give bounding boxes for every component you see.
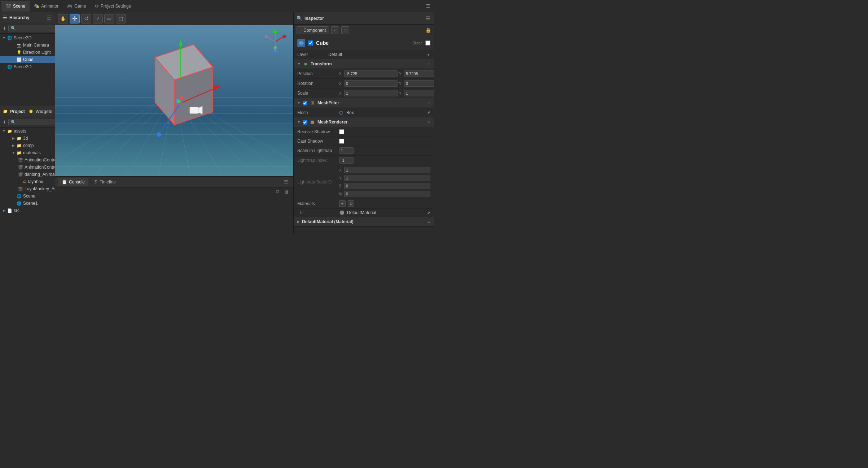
danding-anim-icon: 🎬 <box>18 172 23 177</box>
meshrenderer-menu-btn[interactable]: ≡ <box>428 119 430 125</box>
game-tab-icon: 🎮 <box>67 4 73 9</box>
top-tab-menu[interactable]: ☰ <box>424 3 433 9</box>
project-item-danding-anim[interactable]: 🎬 danding_Animator <box>0 171 55 178</box>
project-item-src[interactable]: 📄 src <box>0 207 55 214</box>
light-label: Direction Light <box>23 50 51 55</box>
lightmap-index-input[interactable] <box>339 157 354 164</box>
lightmap-scale-z-input[interactable] <box>344 183 430 189</box>
scene2d-icon: 🌐 <box>7 64 12 69</box>
project-search-input[interactable] <box>8 119 55 125</box>
scale-lightmap-input[interactable] <box>339 147 354 154</box>
hierarchy-add-btn[interactable]: + <box>2 24 7 32</box>
hierarchy-item-scene3d[interactable]: 🌐 Scene3D <box>0 34 55 42</box>
hierarchy-item-main-camera[interactable]: 📷 Main Camera <box>0 42 55 49</box>
inspector-menu-btn[interactable]: ☰ <box>425 15 431 22</box>
svg-rect-30 <box>177 100 180 103</box>
project-header: 📁 Project ⭐ Widgets ☰ <box>0 106 55 117</box>
lightmap-scale-y-input[interactable] <box>344 175 430 181</box>
nav-forward-btn[interactable]: > <box>341 26 349 34</box>
console-clear-btn[interactable]: 🗑 <box>283 188 290 195</box>
meshfilter-enabled-checkbox[interactable] <box>303 101 307 105</box>
project-item-scene1[interactable]: 🌐 Scene1 <box>0 200 55 207</box>
cast-shadow-checkbox[interactable] <box>339 139 344 144</box>
scene-gizmo-svg <box>263 29 288 54</box>
svg-line-39 <box>267 37 275 42</box>
obj-name: Cube <box>316 40 409 46</box>
project-item-anim-ctrl-sub[interactable]: 🎬 AnimationControllerSub <box>0 164 55 171</box>
materials-settings-btn[interactable]: ⚙ <box>348 200 354 207</box>
scale-x-input[interactable] <box>344 90 398 96</box>
tool-rotate-btn[interactable]: ↺ <box>81 14 91 23</box>
default-material-section-header[interactable]: ▶ DefaultMaterial (Material) ≡ <box>294 217 434 227</box>
lightmap-scale-y-label: Y <box>339 176 343 180</box>
inspector-title: Inspector <box>304 16 423 21</box>
project-item-layabox[interactable]: 🏷 layabox <box>0 178 55 185</box>
meshfilter-menu-btn[interactable]: ≡ <box>428 100 430 106</box>
layer-dropdown-btn[interactable]: ▼ <box>427 53 430 57</box>
obj-enabled-checkbox[interactable] <box>308 40 313 46</box>
project-item-assets[interactable]: 📁 assets <box>0 127 55 135</box>
transform-section-header[interactable]: ▼ ⊕ Transform ≡ <box>294 59 434 69</box>
project-item-materials[interactable]: 📁 materials <box>0 149 55 156</box>
assets-label: assets <box>14 129 26 134</box>
scale-y-input[interactable] <box>404 90 434 96</box>
lightmap-scale-x-coord: X <box>339 167 430 173</box>
project-item-comp[interactable]: 📁 comp <box>0 142 55 149</box>
anim-ctrl-sub-label: AnimationControllerSub <box>25 165 55 170</box>
static-checkbox[interactable] <box>425 40 430 46</box>
receive-shadow-checkbox[interactable] <box>339 129 344 134</box>
top-tab-bar: 🎬 Scene 🎭 Animator 🎮 Game ⚙ Project Sett… <box>0 0 434 12</box>
lightmap-scale-x-label: X <box>339 168 343 172</box>
tab-project-settings[interactable]: ⚙ Project Settings <box>91 1 135 12</box>
default-material-menu-btn[interactable]: ≡ <box>428 219 430 225</box>
tab-scene[interactable]: 🎬 Scene <box>1 1 30 12</box>
project-item-anim-ctrl[interactable]: 🎬 AnimationController <box>0 156 55 164</box>
project-item-3d[interactable]: 📁 3d <box>0 135 55 142</box>
anim-ctrl-icon: 🎬 <box>18 157 23 162</box>
hierarchy-item-direction-light[interactable]: 💡 Direction Light <box>0 49 55 56</box>
tool-hand-btn[interactable]: ✋ <box>58 14 68 23</box>
tool-rect-btn[interactable]: ⬚ <box>116 14 126 23</box>
add-component-btn[interactable]: + Component <box>297 26 329 34</box>
materials-add-btn[interactable]: + <box>339 200 346 207</box>
hierarchy-item-cube[interactable]: ⬜ Cube <box>0 56 55 63</box>
hierarchy-menu-btn[interactable]: ☰ <box>46 14 52 21</box>
hierarchy-item-scene2d[interactable]: 🌐 Scene2D <box>0 63 55 70</box>
layer-row: Layer Default ▼ <box>294 50 434 59</box>
rotation-x-input[interactable] <box>344 80 398 87</box>
lightmap-scale-x-input[interactable] <box>344 167 430 173</box>
mesh-link-btn[interactable]: ⬈ <box>427 110 430 115</box>
console-menu-btn[interactable]: ☰ <box>282 179 290 185</box>
mesh-row: Mesh ⬡ Box ⬈ <box>294 108 434 117</box>
mat-link-btn-0[interactable]: ⬈ <box>427 211 430 215</box>
scene2d-label: Scene2D <box>14 64 31 69</box>
scale-x-coord: X <box>339 90 398 96</box>
tool-move-btn[interactable]: ✛ <box>70 14 80 23</box>
meshrenderer-enabled-checkbox[interactable] <box>303 120 307 125</box>
lock-btn[interactable]: 🔒 <box>425 27 431 33</box>
nav-back-btn[interactable]: < <box>331 26 339 34</box>
tab-timeline[interactable]: ⏱ Timeline <box>90 178 119 186</box>
src-arrow <box>2 209 6 212</box>
tab-game[interactable]: 🎮 Game <box>63 1 91 12</box>
tab-animator[interactable]: 🎭 Animator <box>30 1 63 12</box>
transform-menu-btn[interactable]: ≡ <box>428 61 430 67</box>
tool-scale-btn[interactable]: ⤢ <box>93 14 103 23</box>
scene-3d-container[interactable] <box>55 25 293 176</box>
anim-ctrl-sub-icon: 🎬 <box>18 165 23 170</box>
rotation-y-input[interactable] <box>404 80 434 87</box>
console-copy-btn[interactable]: ⧉ <box>275 188 281 195</box>
meshfilter-section-header[interactable]: ▼ ⊞ MeshFilter ≡ <box>294 98 434 108</box>
widgets-label: Widgets <box>36 109 53 114</box>
mat-dot-0 <box>340 211 344 215</box>
position-y-input[interactable] <box>404 70 434 77</box>
cube-label: Cube <box>23 57 34 62</box>
meshrenderer-section-header[interactable]: ▼ ▦ MeshRenderer ≡ <box>294 117 434 127</box>
tab-console[interactable]: 📋 Console <box>58 178 88 186</box>
position-x-input[interactable] <box>344 70 398 77</box>
tool-transform-btn[interactable]: ▭ <box>104 14 114 23</box>
project-add-btn[interactable]: + <box>2 118 7 126</box>
project-item-scene[interactable]: 🌐 Scene <box>0 192 55 200</box>
project-item-layamonkey-anim[interactable]: 🎬 LayaMonkey_Animator <box>0 185 55 192</box>
lightmap-scale-w-input[interactable] <box>344 191 430 197</box>
